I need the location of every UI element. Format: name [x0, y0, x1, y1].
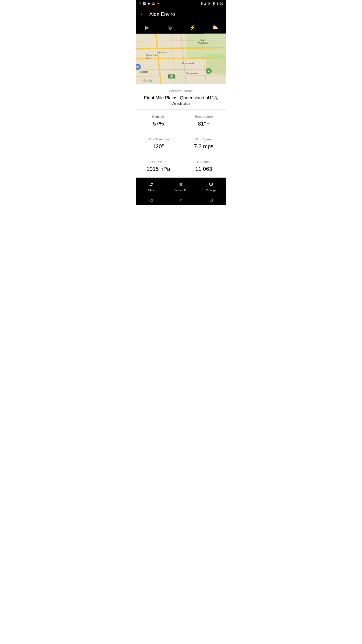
svg-text:Runcorn: Runcorn: [158, 51, 167, 54]
air-pressure-cell: Air Pressure 1015 hPa: [136, 155, 181, 177]
svg-text:Underwood: Underwood: [182, 62, 194, 64]
humidity-value: 57%: [140, 120, 177, 127]
tab-circle[interactable]: ◎: [158, 21, 181, 33]
status-bar: ✉ 🖼 ⏺ 📥 ✔ ₿ ▲ ✖ 🔋 5:20: [136, 0, 226, 7]
time-display: 5:20: [217, 2, 223, 6]
check-icon: ✔: [157, 2, 160, 5]
svg-text:Hills: Hills: [146, 57, 151, 59]
svg-text:Sunnybank: Sunnybank: [146, 54, 158, 56]
bolt-icon: ⚡: [189, 24, 196, 30]
status-icons: ✉ 🖼 ⏺ 📥 ✔: [139, 2, 160, 5]
temperature-label: Temperature: [185, 115, 222, 118]
record-icon: ⏺: [147, 2, 150, 5]
wind-direction-value: 120°: [140, 143, 177, 150]
temperature-value: 81°F: [185, 120, 222, 127]
svg-text:Park,: Park,: [200, 39, 205, 41]
wind-speed-cell: Wind Speed 7.2 mps: [181, 132, 227, 155]
map-svg: M2 ▲ 30 Sunnybank Hills Runcorn Underwoo…: [136, 34, 226, 84]
recents-system-button[interactable]: □: [210, 197, 213, 203]
play-icon: ▶: [145, 24, 149, 30]
circle-icon: ◎: [168, 24, 172, 30]
temperature-cell: Temperature 81°F: [181, 110, 227, 132]
air-pressure-label: Air Pressure: [140, 160, 177, 164]
svg-text:▲: ▲: [207, 69, 210, 73]
email-icon: ✉: [139, 2, 141, 5]
wind-direction-cell: Wind Direction 120°: [136, 132, 181, 155]
location-section: Location Name Eight Mile Plains, Queensl…: [136, 84, 226, 110]
status-right: ₿ ▲ ✖ 🔋 5:20: [201, 2, 223, 6]
uv-index-label: UV Index: [185, 160, 222, 164]
download-icon: 📥: [152, 2, 156, 5]
nav-settings[interactable]: ⚙ Settings: [196, 178, 226, 195]
tab-bolt[interactable]: ⚡: [181, 21, 204, 33]
home-system-button[interactable]: ○: [180, 197, 183, 203]
svg-text:Springwood: Springwood: [186, 72, 198, 74]
files-label: Files: [148, 189, 154, 192]
location-value: Eight Mile Plains, Queensland, 4113, Aus…: [140, 95, 222, 107]
settings-icon: ⚙: [209, 181, 214, 188]
wind-direction-label: Wind Direction: [140, 137, 177, 141]
svg-text:Priestdale: Priestdale: [198, 42, 208, 44]
weather-row-2: Wind Direction 120° Wind Speed 7.2 mps: [136, 132, 226, 155]
uv-index-value: 11.063: [185, 166, 222, 172]
cloud-icon: ⛅: [212, 24, 218, 30]
svg-text:Algester: Algester: [140, 71, 148, 73]
wind-speed-value: 7.2 mps: [185, 143, 222, 150]
svg-text:Google: Google: [143, 79, 152, 82]
stethee-icon: ≡: [179, 181, 183, 188]
back-system-button[interactable]: ◁: [149, 197, 153, 203]
tab-cloud[interactable]: ⛅: [204, 21, 226, 33]
system-nav: ◁ ○ □: [136, 195, 226, 205]
files-icon: 🗂: [148, 181, 154, 188]
nav-stethee[interactable]: ≡ Stethee Pro: [166, 178, 196, 195]
svg-text:30: 30: [136, 66, 139, 69]
weather-row-3: Air Pressure 1015 hPa UV Index 11.063: [136, 155, 226, 178]
air-pressure-value: 1015 hPa: [140, 166, 177, 172]
app-bar: ← Aida Enviro: [136, 7, 226, 21]
tab-bar: ▶ ◎ ⚡ ⛅: [136, 21, 226, 34]
nav-files[interactable]: 🗂 Files: [136, 178, 166, 195]
signal-icon: ▲: [204, 2, 207, 6]
tab-play[interactable]: ▶: [136, 21, 158, 33]
uv-index-cell: UV Index 11.063: [181, 155, 227, 177]
settings-label: Settings: [206, 189, 216, 192]
humidity-cell: Humidity 57%: [136, 110, 181, 132]
battery-icon: 🔋: [212, 2, 216, 6]
svg-text:M2: M2: [170, 75, 173, 78]
map-view[interactable]: M2 ▲ 30 Sunnybank Hills Runcorn Underwoo…: [136, 34, 226, 84]
location-name-label: Location Name: [140, 89, 222, 93]
stethee-label: Stethee Pro: [174, 189, 188, 192]
photo-icon: 🖼: [143, 2, 146, 5]
humidity-label: Humidity: [140, 115, 177, 118]
weather-row-1: Humidity 57% Temperature 81°F: [136, 110, 226, 132]
bluetooth-icon: ₿: [201, 2, 203, 6]
back-button[interactable]: ←: [140, 11, 145, 17]
app-title: Aida Enviro: [149, 11, 175, 17]
wind-speed-label: Wind Speed: [185, 137, 222, 141]
no-sim-icon: ✖: [208, 2, 211, 6]
weather-grid: Humidity 57% Temperature 81°F Wind Direc…: [136, 110, 226, 178]
bottom-nav: 🗂 Files ≡ Stethee Pro ⚙ Settings: [136, 178, 226, 195]
